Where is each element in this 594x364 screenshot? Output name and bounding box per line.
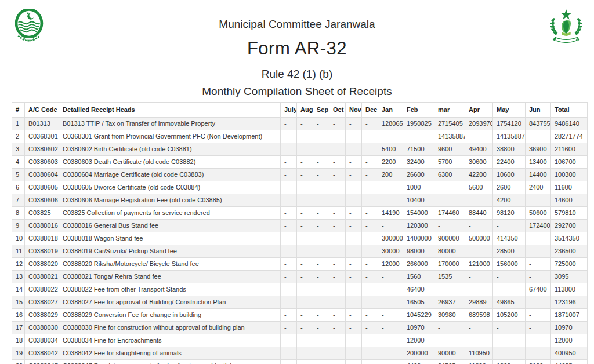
table-cell: 38800	[493, 143, 526, 156]
table-cell: 2715405	[434, 118, 465, 130]
table-cell: -	[346, 309, 362, 322]
table-cell: 6300	[434, 169, 465, 181]
table-cell: 6	[12, 181, 25, 194]
table-cell: -	[346, 194, 362, 207]
table-cell: -	[346, 271, 362, 283]
table-cell: -	[297, 169, 313, 181]
table-cell: -	[378, 181, 403, 194]
table-cell: 579810	[551, 207, 588, 220]
table-cell: -	[465, 334, 493, 347]
table-cell: 236500	[551, 245, 588, 258]
column-header: Dec	[362, 103, 378, 118]
table-cell: 123196	[551, 296, 588, 309]
table-cell: 80000	[434, 245, 465, 258]
table-cell: -	[329, 347, 346, 360]
table-cell: -	[493, 334, 526, 347]
table-cell: -	[346, 283, 362, 296]
table-cell: -	[378, 194, 403, 207]
table-cell: -	[329, 334, 346, 347]
table-cell: 14135887	[493, 130, 526, 143]
table-cell: -	[362, 194, 378, 207]
table-cell: -	[281, 245, 297, 258]
table-cell: 24505	[434, 360, 465, 364]
table-cell: 2400	[526, 181, 551, 194]
table-row: 4C0380603C0380603 Death Certificate (old…	[12, 156, 588, 169]
table-cell: -	[526, 334, 551, 347]
table-cell: 266000	[403, 258, 434, 271]
table-cell: 4	[12, 156, 25, 169]
table-cell: 14	[12, 283, 25, 296]
table-cell: 42200	[465, 169, 493, 181]
table-cell: 12000	[403, 334, 434, 347]
table-cell: -	[297, 309, 313, 322]
table-cell: -	[346, 207, 362, 220]
table-row: 2C0368301C0368301 Grant from Provincial …	[12, 130, 588, 143]
table-cell: -	[313, 207, 329, 220]
table-cell: 16	[12, 309, 25, 322]
table-cell: -	[362, 118, 378, 130]
table-cell: -	[313, 309, 329, 322]
mc-jaranwala-emblem-icon	[548, 7, 584, 44]
table-cell: -	[434, 283, 465, 296]
table-cell: 4400	[403, 360, 434, 364]
table-cell: -	[403, 130, 434, 143]
table-cell: 15	[12, 296, 25, 309]
table-cell: C0388034 Fine for Encroachments	[59, 334, 281, 347]
table-cell: -	[378, 360, 403, 364]
table-row: 14C0388022C0388022 Fee from other Transp…	[12, 283, 588, 296]
table-cell: 30600	[465, 156, 493, 169]
table-cell: 44625	[551, 360, 588, 364]
table-cell: -	[362, 143, 378, 156]
table-cell: 400950	[551, 347, 588, 360]
table-cell: -	[346, 118, 362, 130]
table-cell: C0368301	[25, 130, 59, 143]
column-header: Apr	[465, 103, 493, 118]
table-cell: -	[297, 360, 313, 364]
table-row: 3C0380602C0380602 Birth Certificate (old…	[12, 143, 588, 156]
table-cell: 7	[12, 194, 25, 207]
table-cell: 11600	[551, 181, 588, 194]
table-cell: C0388029	[25, 309, 59, 322]
column-header: Oct	[329, 103, 346, 118]
table-cell: -	[297, 118, 313, 130]
table-cell: 4200	[493, 194, 526, 207]
table-cell: -	[465, 130, 493, 143]
table-cell: -	[313, 245, 329, 258]
table-cell: 28500	[493, 245, 526, 258]
table-cell: -	[313, 118, 329, 130]
table-cell: C0388019	[25, 245, 59, 258]
table-cell: C0380602 Birth Certificate (old code C03…	[59, 143, 281, 156]
table-cell: -	[297, 143, 313, 156]
table-cell: 5700	[434, 156, 465, 169]
table-cell: C0388016	[25, 220, 59, 232]
table-cell: C0368301 Grant from Provincial Governmen…	[59, 130, 281, 143]
table-cell: 200000	[403, 347, 434, 360]
table-cell: -	[313, 271, 329, 283]
table-cell: 14190	[378, 207, 403, 220]
table-cell: -	[329, 271, 346, 283]
table-cell: -	[434, 181, 465, 194]
table-cell: C0388019 Car/Suzuki/ Pickup Stand fee	[59, 245, 281, 258]
table-cell: -	[329, 360, 346, 364]
table-cell: -	[329, 232, 346, 245]
table-cell: -	[297, 322, 313, 334]
table-cell: -	[281, 258, 297, 271]
table-cell: -	[297, 283, 313, 296]
table-cell: 30000	[378, 245, 403, 258]
table-cell: -	[281, 143, 297, 156]
table-cell: -	[362, 334, 378, 347]
table-cell: 300000	[378, 232, 403, 245]
table-cell: -	[313, 130, 329, 143]
table-cell: -	[313, 296, 329, 309]
table-cell: C03825 Collection of payments for servic…	[59, 207, 281, 220]
table-cell: 1535	[434, 271, 465, 283]
table-cell: 2093970	[465, 118, 493, 130]
table-cell: -	[362, 220, 378, 232]
table-cell: C0388016 General Bus Stand fee	[59, 220, 281, 232]
table-cell: -	[526, 296, 551, 309]
table-cell: C0380606 Marriage Registration Fee (old …	[59, 194, 281, 207]
table-cell: -	[346, 322, 362, 334]
table-cell: -	[378, 130, 403, 143]
table-cell: 174460	[434, 207, 465, 220]
table-cell: -	[526, 271, 551, 283]
